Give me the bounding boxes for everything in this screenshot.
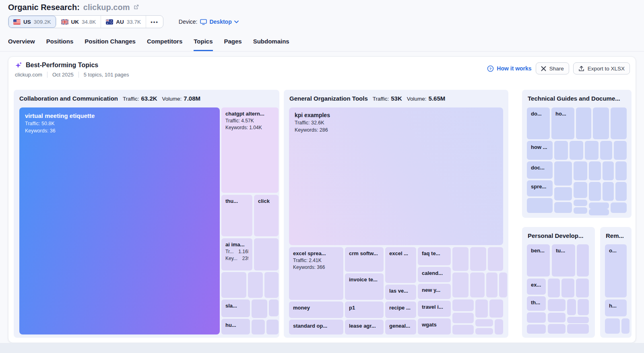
treemap-tile[interactable] xyxy=(577,244,589,277)
treemap-tile-chatgpt-altern[interactable]: chatgpt altern...Traffic: 4.57KKeywords:… xyxy=(221,107,279,193)
treemap-tile-ai-ima[interactable]: ai ima...Tr...1.16KKey...239 xyxy=(221,238,252,270)
treemap-tile[interactable] xyxy=(452,313,474,323)
tab-topics[interactable]: Topics xyxy=(194,38,213,51)
treemap-tile-invoice-te[interactable]: invoice te... xyxy=(345,273,384,300)
treemap-tile[interactable] xyxy=(554,187,572,200)
treemap-tile-sla[interactable]: sla... xyxy=(221,299,250,317)
treemap-tile-p1[interactable]: p1 xyxy=(345,301,384,318)
treemap-tile[interactable] xyxy=(548,279,560,297)
treemap-tile-hu[interactable]: hu... xyxy=(221,319,250,334)
treemap-tile[interactable] xyxy=(548,313,566,322)
treemap-tile-excel[interactable]: excel ... xyxy=(385,247,416,283)
treemap-tile[interactable] xyxy=(567,324,589,334)
treemap-tile[interactable] xyxy=(600,141,612,160)
treemap-tile[interactable] xyxy=(614,141,627,160)
treemap-tile[interactable] xyxy=(548,324,566,334)
treemap-tile[interactable] xyxy=(554,141,568,160)
treemap-tile-doc[interactable]: doc... xyxy=(527,161,553,179)
treemap-tile[interactable] xyxy=(554,161,572,186)
treemap-tile[interactable] xyxy=(452,272,469,297)
treemap-tile-calend[interactable]: calend... xyxy=(418,267,451,282)
treemap-tile-virtual-meeting-etiquette[interactable]: virtual meeting etiquetteTraffic: 50.8KK… xyxy=(19,107,220,334)
treemap-tile-travel-i[interactable]: travel i... xyxy=(418,301,451,317)
treemap-tile-lease-agr[interactable]: lease agr... xyxy=(345,320,384,334)
treemap-tile[interactable] xyxy=(574,200,587,206)
treemap-tile[interactable] xyxy=(452,325,474,334)
treemap-tile[interactable] xyxy=(554,202,572,213)
treemap-tile[interactable] xyxy=(589,161,601,180)
treemap-tile-th[interactable]: th... xyxy=(527,296,546,311)
treemap-tile[interactable] xyxy=(589,209,609,215)
treemap-tile[interactable] xyxy=(574,182,587,198)
treemap-tile[interactable] xyxy=(527,312,546,323)
treemap-tile-recipe[interactable]: recipe ... xyxy=(385,301,416,318)
treemap-tile[interactable] xyxy=(605,318,620,334)
country-segment-us[interactable]: US 309.2K xyxy=(8,16,56,28)
treemap-tile-las-ve[interactable]: las ve... xyxy=(385,285,416,300)
treemap-tile[interactable] xyxy=(527,198,553,213)
treemap-tile-do[interactable]: do... xyxy=(527,107,550,139)
treemap-tile[interactable] xyxy=(252,320,265,334)
treemap-tile-tu[interactable]: tu... xyxy=(552,244,575,277)
treemap-tile[interactable] xyxy=(603,161,614,180)
treemap-tile[interactable] xyxy=(611,202,627,213)
treemap-tile[interactable] xyxy=(475,299,488,318)
country-segment-au[interactable]: AU 33.7K xyxy=(101,16,146,28)
treemap-tile[interactable] xyxy=(470,272,485,297)
treemap-tile[interactable] xyxy=(603,182,614,201)
treemap-tile-money[interactable]: money xyxy=(289,301,343,318)
treemap-tile-standard-op[interactable]: standard op... xyxy=(289,320,343,334)
treemap-tile-kpi-examples[interactable]: kpi examplesTraffic: 32.6KKeywords: 286 xyxy=(289,107,503,245)
treemap-tile[interactable] xyxy=(567,299,576,315)
tab-subdomains[interactable]: Subdomains xyxy=(253,38,289,51)
treemap-tile[interactable] xyxy=(452,247,469,271)
treemap-tile[interactable] xyxy=(589,182,601,201)
treemap-tile-h[interactable]: h... xyxy=(605,299,627,316)
treemap-tile[interactable] xyxy=(248,272,263,298)
device-dropdown[interactable]: Desktop xyxy=(200,19,238,25)
treemap-tile[interactable] xyxy=(561,279,574,297)
treemap-tile[interactable] xyxy=(486,272,497,297)
treemap-tile[interactable] xyxy=(589,202,609,209)
treemap-tile[interactable] xyxy=(264,272,279,298)
treemap-tile-wgats[interactable]: wgats xyxy=(418,318,451,334)
treemap-tile[interactable] xyxy=(475,328,493,334)
treemap-tile-crm-softw[interactable]: crm softw... xyxy=(345,247,384,272)
tab-pages[interactable]: Pages xyxy=(224,38,242,51)
treemap-tile-ho[interactable]: ho... xyxy=(551,107,574,139)
treemap-tile[interactable] xyxy=(570,141,583,160)
treemap-tile[interactable] xyxy=(527,324,546,334)
treemap-tile[interactable] xyxy=(452,299,474,311)
treemap-tile[interactable] xyxy=(574,207,587,214)
treemap-tile[interactable] xyxy=(221,272,246,298)
treemap-tile-o[interactable]: o... xyxy=(605,244,627,297)
treemap-tile[interactable] xyxy=(495,319,503,334)
treemap-tile[interactable] xyxy=(567,317,589,323)
treemap-tile-ex[interactable]: ex... xyxy=(527,279,546,295)
tab-position-changes[interactable]: Position Changes xyxy=(85,38,136,51)
tab-overview[interactable]: Overview xyxy=(8,38,35,51)
treemap-tile-ben[interactable]: ben... xyxy=(527,244,550,277)
treemap-tile[interactable] xyxy=(489,299,503,318)
treemap-tile[interactable] xyxy=(576,279,589,297)
treemap-tile[interactable] xyxy=(621,318,630,334)
tab-positions[interactable]: Positions xyxy=(46,38,74,51)
treemap-tile-excel-sprea[interactable]: excel sprea...Traffic: 2.41KKeywords: 36… xyxy=(289,247,343,300)
tab-competitors[interactable]: Competitors xyxy=(147,38,182,51)
treemap-tile-faq-te[interactable]: faq te... xyxy=(418,247,451,265)
country-segment-uk[interactable]: UK 34.8K xyxy=(56,16,101,28)
treemap-tile[interactable] xyxy=(548,299,566,311)
treemap-tile[interactable] xyxy=(254,238,279,270)
treemap-tile-click[interactable]: click xyxy=(254,195,279,236)
treemap-tile-how[interactable]: how ... xyxy=(527,141,553,160)
treemap-tile-spre[interactable]: spre... xyxy=(527,180,553,196)
more-countries-button[interactable]: ••• xyxy=(146,16,163,28)
treemap-tile[interactable] xyxy=(611,107,627,139)
treemap-tile[interactable] xyxy=(615,161,627,180)
treemap-tile[interactable] xyxy=(470,247,486,271)
treemap-tile[interactable] xyxy=(499,272,507,297)
treemap-tile[interactable] xyxy=(266,320,279,334)
treemap-tile[interactable] xyxy=(475,319,493,326)
treemap-tile-geneal[interactable]: geneal... xyxy=(385,320,416,334)
treemap-tile[interactable] xyxy=(488,247,503,271)
